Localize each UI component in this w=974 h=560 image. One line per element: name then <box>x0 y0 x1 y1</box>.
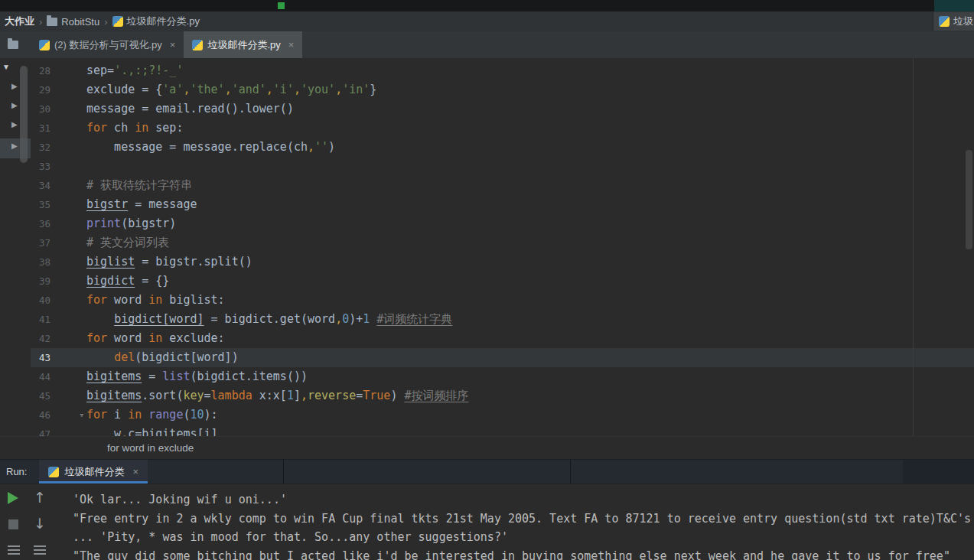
line-number[interactable]: 30 <box>31 99 50 119</box>
line-number[interactable]: 40 <box>31 291 50 310</box>
console-line: 'Ok lar... Joking wif u oni...' <box>73 490 974 510</box>
line-number[interactable]: 29 <box>31 80 50 99</box>
line-number[interactable]: 39 <box>31 272 50 291</box>
line-number[interactable]: 46 <box>31 405 50 425</box>
code-line: 35bigstr = message <box>31 195 974 214</box>
fold-column <box>50 80 86 99</box>
fold-arrow-icon[interactable]: ▿ <box>79 405 84 425</box>
line-number[interactable]: 42 <box>31 329 50 348</box>
code-text[interactable]: exclude = {'a','the','and','i','you','in… <box>86 80 376 99</box>
navbar-right-chip[interactable]: 垃圾 <box>933 12 974 31</box>
tree-collapsed-icon[interactable]: ▶ <box>11 82 18 90</box>
editor-breadcrumb-context[interactable]: for word in exclude <box>0 436 974 459</box>
line-number[interactable]: 47 <box>31 425 50 436</box>
fold-column <box>50 138 86 157</box>
fold-column <box>50 214 86 233</box>
tab-label: (2) 数据分析与可视化.py <box>54 38 162 52</box>
code-line: 46▿for i in range(10): <box>31 405 974 425</box>
run-header-separator <box>570 460 571 483</box>
line-number[interactable]: 37 <box>31 233 50 252</box>
run-tab[interactable]: 垃圾邮件分类 × <box>39 460 148 483</box>
python-icon <box>192 40 203 50</box>
code-text[interactable]: bigdict[word] = bigdict.get(word,0)+1 #词… <box>86 310 452 329</box>
folder-icon[interactable] <box>8 41 18 49</box>
editor-tab[interactable]: (2) 数据分析与可视化.py× <box>31 31 184 58</box>
console-output[interactable]: 'Ok lar... Joking wif u oni...'"Free ent… <box>73 490 974 560</box>
fold-column <box>50 176 86 195</box>
code-text[interactable]: for ch in sep: <box>86 119 183 138</box>
code-text[interactable]: bigdict = {} <box>86 272 169 291</box>
line-number[interactable]: 32 <box>31 138 50 157</box>
pycharm-window: 大作业›RobitStu›垃圾邮件分类.py 垃圾 (2) 数据分析与可视化.p… <box>0 0 974 560</box>
line-number[interactable]: 43 <box>31 348 50 367</box>
line-number[interactable]: 34 <box>31 176 50 195</box>
run-console-toolbar: ↑ ↓ <box>0 484 63 560</box>
editor-area: ▼ ▶ ▶ ▶ ▶ 28sep='.,:;?!-_'29exclude = {'… <box>0 58 974 436</box>
stop-button[interactable] <box>8 519 18 529</box>
tree-collapsed-icon[interactable]: ▶ <box>11 142 18 150</box>
python-icon <box>939 16 950 27</box>
close-icon[interactable]: × <box>132 466 138 477</box>
code-text[interactable]: biglist = bigstr.split() <box>86 252 252 272</box>
code-text[interactable]: # 获取待统计字符串 <box>86 176 192 195</box>
code-line: 37# 英文分词列表 <box>31 233 974 252</box>
close-icon[interactable]: × <box>288 39 295 50</box>
code-editor[interactable]: 28sep='.,:;?!-_'29exclude = {'a','the','… <box>31 58 974 436</box>
line-number[interactable]: 41 <box>31 310 50 329</box>
breadcrumb-label: 垃圾邮件分类.py <box>127 15 200 28</box>
scroll-to-end-button[interactable] <box>34 545 46 555</box>
editor-scrollbar-thumb[interactable] <box>966 150 972 249</box>
tree-collapsed-icon[interactable]: ▶ <box>11 120 18 129</box>
line-number[interactable]: 35 <box>31 195 50 214</box>
editor-tab-bar: (2) 数据分析与可视化.py×垃圾邮件分类.py× <box>0 31 974 58</box>
code-text[interactable]: print(bigstr) <box>86 214 176 233</box>
line-number[interactable]: 44 <box>31 367 50 386</box>
line-number[interactable]: 28 <box>31 61 50 80</box>
fold-column <box>50 99 86 119</box>
code-text[interactable]: bigstr = message <box>86 195 197 214</box>
code-line: 44bigitems = list(bigdict.items()) <box>31 367 974 386</box>
breadcrumb-item[interactable]: RobitStu <box>47 16 99 28</box>
tree-collapsed-icon[interactable]: ▶ <box>11 101 18 109</box>
fold-column <box>50 329 86 348</box>
rerun-button[interactable] <box>8 492 18 504</box>
code-line: 41 bigdict[word] = bigdict.get(word,0)+1… <box>31 310 974 329</box>
code-text[interactable]: del(bigdict[word]) <box>86 348 239 367</box>
code-text[interactable]: message = message.replace(ch,'') <box>86 138 335 157</box>
line-number[interactable]: 38 <box>31 252 50 272</box>
line-number[interactable]: 33 <box>31 157 50 176</box>
fold-column: ▿ <box>50 405 86 425</box>
line-number[interactable]: 36 <box>31 214 50 233</box>
up-stack-trace-button[interactable]: ↑ <box>34 490 46 505</box>
breadcrumb-item[interactable]: 垃圾邮件分类.py <box>112 15 200 28</box>
code-text[interactable]: bigitems = list(bigdict.items()) <box>86 367 308 386</box>
run-label: Run: <box>6 466 27 477</box>
code-text[interactable]: for i in range(10): <box>86 405 218 425</box>
fold-column <box>50 386 86 405</box>
line-number[interactable]: 45 <box>31 386 50 405</box>
down-stack-trace-button[interactable]: ↓ <box>34 516 46 531</box>
line-number[interactable]: 31 <box>31 119 50 138</box>
editor-tab[interactable]: 垃圾邮件分类.py× <box>184 31 302 58</box>
navigation-bar: 大作业›RobitStu›垃圾邮件分类.py 垃圾 <box>0 11 974 31</box>
code-text[interactable]: sep='.,:;?!-_' <box>86 61 183 80</box>
fold-column <box>50 310 86 329</box>
code-text[interactable]: bigitems.sort(key=lambda x:x[1],reverse=… <box>86 386 468 405</box>
code-line: 36print(bigstr) <box>31 214 974 233</box>
code-line: 42for word in exclude: <box>31 329 974 348</box>
soft-wrap-button[interactable] <box>8 545 20 555</box>
code-text[interactable]: message = email.read().lower() <box>86 99 294 119</box>
fold-column <box>50 233 86 252</box>
code-text[interactable]: # 英文分词列表 <box>86 233 169 252</box>
close-icon[interactable]: × <box>170 39 176 50</box>
python-icon <box>39 40 50 50</box>
code-text[interactable]: w,c=bigitems[i] <box>86 425 218 436</box>
breadcrumb-item[interactable]: 大作业 <box>5 15 34 28</box>
chevron-right-icon: › <box>39 16 42 28</box>
tree-expanded-icon[interactable]: ▼ <box>2 63 10 71</box>
code-text[interactable]: for word in biglist: <box>86 291 225 310</box>
code-text[interactable]: for word in exclude: <box>86 329 225 348</box>
fold-column <box>50 157 86 176</box>
panel-scrollbar-thumb[interactable] <box>20 66 28 163</box>
fold-column <box>50 272 86 291</box>
